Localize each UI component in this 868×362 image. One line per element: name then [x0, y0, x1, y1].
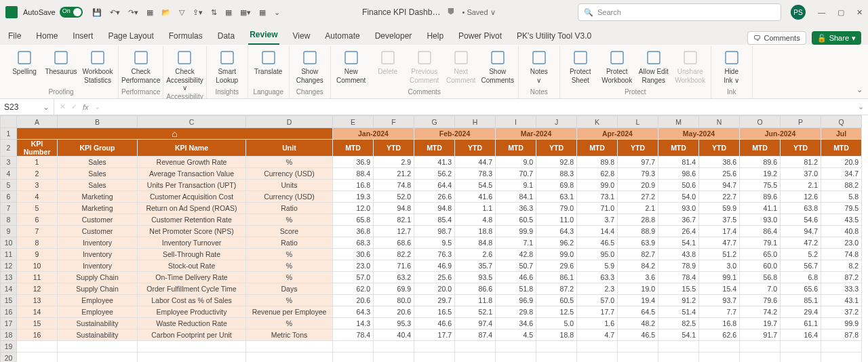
- table-cell[interactable]: 78.4: [333, 329, 374, 341]
- table-cell[interactable]: 22.7: [699, 191, 740, 203]
- table-cell[interactable]: Employee: [58, 306, 138, 318]
- sort-icon[interactable]: ⇅: [211, 8, 217, 17]
- table-cell[interactable]: 4.7: [577, 329, 618, 341]
- table-cell[interactable]: 3: [17, 180, 58, 191]
- ribbon-new-button[interactable]: NewComment: [334, 46, 369, 84]
- table-cell[interactable]: 99.9: [821, 318, 862, 329]
- qat-dropdown-icon[interactable]: ⌄: [274, 8, 280, 17]
- table-cell[interactable]: %: [246, 260, 333, 272]
- table-cell[interactable]: 43.8: [658, 249, 699, 260]
- table-cell[interactable]: 20.6: [374, 306, 414, 318]
- table-cell[interactable]: 29.6: [536, 260, 577, 272]
- table-cell[interactable]: Customer Retention Rate: [138, 214, 246, 226]
- table-cell[interactable]: 76.3: [414, 249, 455, 260]
- empty-cell[interactable]: [246, 341, 333, 353]
- tab-page-layout[interactable]: Page Layout: [106, 28, 155, 45]
- table-cell[interactable]: 29.4: [781, 306, 821, 318]
- row-header[interactable]: 18: [1, 329, 17, 341]
- table-cell[interactable]: 56.8: [740, 272, 781, 283]
- enter-icon[interactable]: ✓: [71, 102, 77, 111]
- table-cell[interactable]: 56.7: [781, 260, 821, 272]
- save-icon[interactable]: 💾: [92, 8, 102, 17]
- table-cell[interactable]: 54.6: [781, 214, 821, 226]
- misc-icon[interactable]: ▦: [259, 8, 266, 17]
- table-cell[interactable]: 64.3: [536, 226, 577, 237]
- row-header[interactable]: 12: [1, 260, 17, 272]
- select-all[interactable]: [1, 116, 17, 128]
- col-header[interactable]: A: [17, 116, 58, 128]
- table-cell[interactable]: 12.7: [374, 226, 414, 237]
- share-icon[interactable]: ⇪▾: [193, 8, 203, 17]
- table-cell[interactable]: 71.6: [374, 260, 414, 272]
- empty-cell[interactable]: [699, 353, 740, 363]
- table-cell[interactable]: Customer: [58, 226, 138, 237]
- table-cell[interactable]: 64.3: [333, 306, 374, 318]
- ribbon-workbook-button[interactable]: WorkbookStatistics: [80, 46, 115, 84]
- table-cell[interactable]: 16.8: [333, 180, 374, 191]
- table-cell[interactable]: Inventory Turnover: [138, 237, 246, 249]
- table-cell[interactable]: 80.0: [374, 295, 414, 306]
- table-cell[interactable]: 19.4: [618, 295, 658, 306]
- table-cell[interactable]: 81.4: [658, 157, 699, 168]
- table-cell[interactable]: 19.3: [333, 191, 374, 203]
- table-cell[interactable]: 46.9: [414, 260, 455, 272]
- table-cell[interactable]: 63.3: [577, 272, 618, 283]
- table-cell[interactable]: Inventory: [58, 237, 138, 249]
- row-header[interactable]: 17: [1, 318, 17, 329]
- table-cell[interactable]: 99.0: [536, 249, 577, 260]
- table-cell[interactable]: 41.6: [455, 191, 496, 203]
- ribbon-check-button[interactable]: CheckAccessibility ∨: [167, 46, 202, 92]
- app-mode-icon[interactable]: ⛊: [447, 7, 455, 17]
- table-cell[interactable]: 99.0: [577, 180, 618, 191]
- table-cell[interactable]: 63.2: [374, 272, 414, 283]
- table-cell[interactable]: 88.3: [536, 168, 577, 180]
- table-cell[interactable]: 2.1: [618, 203, 658, 214]
- table-cell[interactable]: 79.3: [618, 168, 658, 180]
- empty-cell[interactable]: [577, 341, 618, 353]
- table-cell[interactable]: 63.1: [536, 191, 577, 203]
- table-cell[interactable]: 44.7: [455, 157, 496, 168]
- table-cell[interactable]: 37.2: [821, 306, 862, 318]
- empty-cell[interactable]: [536, 353, 577, 363]
- table-cell[interactable]: Customer Acquisition Cost: [138, 191, 246, 203]
- col-header[interactable]: K: [577, 116, 618, 128]
- table-cell[interactable]: 1.1: [455, 203, 496, 214]
- table-cell[interactable]: 79.1: [740, 237, 781, 249]
- tab-view[interactable]: View: [292, 28, 312, 45]
- table-cell[interactable]: 46.6: [414, 318, 455, 329]
- table-cell[interactable]: 34.7: [821, 168, 862, 180]
- search-input[interactable]: 🔍 Search: [578, 3, 781, 21]
- home-icon[interactable]: ⌂: [172, 128, 177, 139]
- table-cell[interactable]: 19.7: [740, 318, 781, 329]
- table-cell[interactable]: 57.0: [333, 272, 374, 283]
- col-header[interactable]: H: [455, 116, 496, 128]
- table-cell[interactable]: 81.2: [781, 157, 821, 168]
- table-cell[interactable]: 63.9: [618, 237, 658, 249]
- table-cell[interactable]: 2.3: [577, 283, 618, 295]
- table-cell[interactable]: 37.0: [781, 168, 821, 180]
- tab-home[interactable]: Home: [35, 28, 59, 45]
- table-cell[interactable]: Score: [246, 226, 333, 237]
- table-cell[interactable]: 2: [17, 168, 58, 180]
- table-cell[interactable]: 79.6: [740, 295, 781, 306]
- table-cell[interactable]: 15.5: [658, 283, 699, 295]
- ribbon-spelling-button[interactable]: Spelling: [7, 46, 42, 75]
- empty-cell[interactable]: [374, 353, 414, 363]
- table-cell[interactable]: 41.3: [414, 157, 455, 168]
- table-cell[interactable]: 62.8: [577, 168, 618, 180]
- table-cell[interactable]: 65.6: [781, 283, 821, 295]
- col-header[interactable]: F: [374, 116, 414, 128]
- table-cell[interactable]: 33.3: [821, 283, 862, 295]
- table-cell[interactable]: Sales: [58, 157, 138, 168]
- table-cell[interactable]: 93.5: [455, 272, 496, 283]
- empty-cell[interactable]: [496, 353, 536, 363]
- expand-formula-bar-icon[interactable]: ⌄: [858, 102, 864, 111]
- table-cell[interactable]: Days: [246, 283, 333, 295]
- table-cell[interactable]: Labor Cost as % of Sales: [138, 295, 246, 306]
- empty-cell[interactable]: [138, 353, 246, 363]
- table-cell[interactable]: 88.2: [821, 180, 862, 191]
- table-cell[interactable]: Inventory: [58, 260, 138, 272]
- empty-cell[interactable]: [618, 353, 658, 363]
- table-cell[interactable]: 2.1: [781, 180, 821, 191]
- table-cell[interactable]: Net Promoter Score (NPS): [138, 226, 246, 237]
